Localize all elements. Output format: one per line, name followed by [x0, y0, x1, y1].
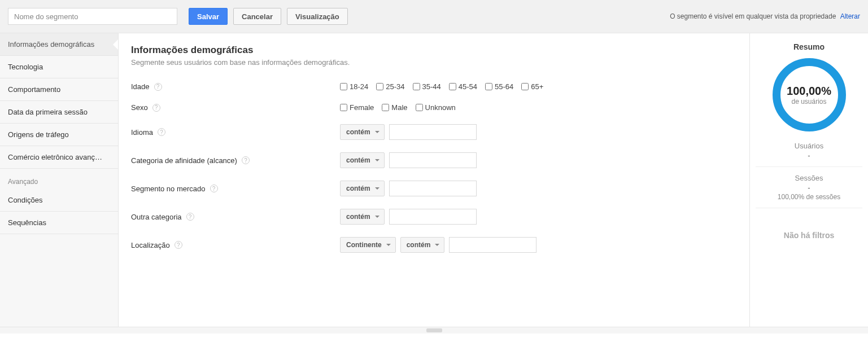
donut-label: de usuários — [791, 98, 826, 106]
age-label: Idade — [131, 82, 150, 91]
language-label: Idioma — [131, 128, 153, 137]
summary-title: Resumo — [756, 42, 862, 51]
other-category-operator-select[interactable]: contém — [340, 209, 385, 225]
affinity-input[interactable] — [389, 152, 477, 168]
age-option-55-64[interactable]: 55-64 — [485, 82, 513, 91]
help-icon[interactable]: ? — [210, 185, 218, 192]
row-age: Idade ? 18-24 25-34 35-44 45-54 55-64 65… — [131, 82, 737, 91]
row-affinity: Categoria de afinidade (alcance) ? conté… — [131, 152, 737, 168]
cancel-button[interactable]: Cancelar — [233, 8, 281, 25]
preview-button[interactable]: Visualização — [287, 8, 348, 25]
sidebar-item-demographics[interactable]: Informações demográficas — [0, 33, 118, 56]
sidebar-item-first-session[interactable]: Data da primeira sessão — [0, 101, 118, 124]
row-gender: Sexo ? Female Male Unknown — [131, 103, 737, 112]
age-option-65plus[interactable]: 65+ — [521, 82, 543, 91]
main-panel: Informações demográficas Segmente seus u… — [119, 33, 749, 327]
topbar: Salvar Cancelar Visualização O segmento … — [0, 0, 868, 33]
help-icon[interactable]: ? — [242, 156, 250, 164]
chevron-down-icon — [375, 131, 380, 135]
language-input[interactable] — [389, 124, 477, 140]
chevron-down-icon — [375, 216, 380, 220]
no-filters-text: Não há filtros — [756, 208, 862, 262]
gender-option-female[interactable]: Female — [340, 103, 374, 112]
sessions-value: - — [756, 183, 862, 192]
age-option-35-44[interactable]: 35-44 — [413, 82, 441, 91]
language-operator-select[interactable]: contém — [340, 124, 385, 140]
chevron-down-icon — [375, 159, 380, 164]
users-label: Usuários — [756, 142, 862, 150]
sidebar-item-traffic-sources[interactable]: Origens de tráfego — [0, 124, 118, 146]
row-location: Localização ? Continente contém — [131, 237, 737, 253]
help-icon[interactable]: ? — [154, 83, 162, 91]
row-market: Segmento no mercado ? contém — [131, 181, 737, 196]
location-input[interactable] — [449, 237, 536, 253]
sidebar-item-sequences[interactable]: Sequências — [0, 212, 118, 234]
market-label: Segmento no mercado — [131, 185, 206, 193]
page-title: Informações demográficas — [131, 45, 737, 56]
location-dimension-select[interactable]: Continente — [340, 237, 396, 253]
other-category-input[interactable] — [389, 209, 477, 225]
row-other-category: Outra categoria ? contém — [131, 209, 737, 225]
gender-option-unknown[interactable]: Unknown — [416, 103, 456, 112]
chevron-down-icon — [435, 244, 439, 248]
age-option-45-54[interactable]: 45-54 — [449, 82, 477, 91]
users-value: - — [756, 151, 862, 160]
metric-sessions: Sessões - 100,00% de sessões — [756, 166, 862, 208]
sidebar-item-behavior[interactable]: Comportamento — [0, 78, 118, 101]
age-option-18-24[interactable]: 18-24 — [340, 82, 368, 91]
save-button[interactable]: Salvar — [189, 8, 228, 25]
sidebar-item-technology[interactable]: Tecnologia — [0, 56, 118, 78]
gender-option-male[interactable]: Male — [382, 103, 407, 112]
sessions-label: Sessões — [756, 174, 862, 182]
market-operator-select[interactable]: contém — [340, 181, 385, 196]
location-label: Localização — [131, 241, 170, 249]
help-icon[interactable]: ? — [175, 241, 182, 249]
metric-users: Usuários - — [756, 142, 862, 166]
market-input[interactable] — [389, 181, 477, 196]
location-operator-select[interactable]: contém — [400, 237, 445, 253]
donut-chart: 100,00% de usuários — [773, 58, 846, 131]
visibility-notice: O segmento é visível em qualquer vista d… — [670, 12, 860, 20]
help-icon[interactable]: ? — [152, 104, 160, 112]
other-category-label: Outra categoria — [131, 213, 182, 221]
page-subtitle: Segmente seus usuários com base nas info… — [131, 58, 737, 67]
sidebar: Informações demográficas Tecnologia Comp… — [0, 33, 119, 327]
sidebar-item-conditions[interactable]: Condições — [0, 189, 118, 212]
gender-label: Sexo — [131, 103, 148, 112]
chevron-down-icon — [375, 187, 380, 192]
row-language: Idioma ? contém — [131, 124, 737, 140]
sessions-sub: 100,00% de sessões — [756, 193, 862, 201]
scrollbar-thumb[interactable] — [426, 328, 442, 332]
sidebar-group-advanced: Avançado — [0, 169, 118, 189]
help-icon[interactable]: ? — [186, 213, 194, 221]
age-option-25-34[interactable]: 25-34 — [376, 82, 404, 91]
visibility-text: O segmento é visível em qualquer vista d… — [670, 12, 836, 20]
summary-panel: Resumo 100,00% de usuários Usuários - Se… — [749, 33, 868, 327]
help-icon[interactable]: ? — [158, 128, 165, 136]
horizontal-scrollbar[interactable] — [0, 327, 868, 333]
affinity-operator-select[interactable]: contém — [340, 152, 385, 168]
segment-name-input[interactable] — [8, 8, 177, 25]
sidebar-item-ecommerce[interactable]: Comércio eletrônico avanç… — [0, 146, 118, 169]
affinity-label: Categoria de afinidade (alcance) — [131, 156, 237, 165]
chevron-down-icon — [386, 244, 391, 248]
donut-value: 100,00% — [787, 85, 831, 98]
change-visibility-link[interactable]: Alterar — [840, 12, 860, 20]
